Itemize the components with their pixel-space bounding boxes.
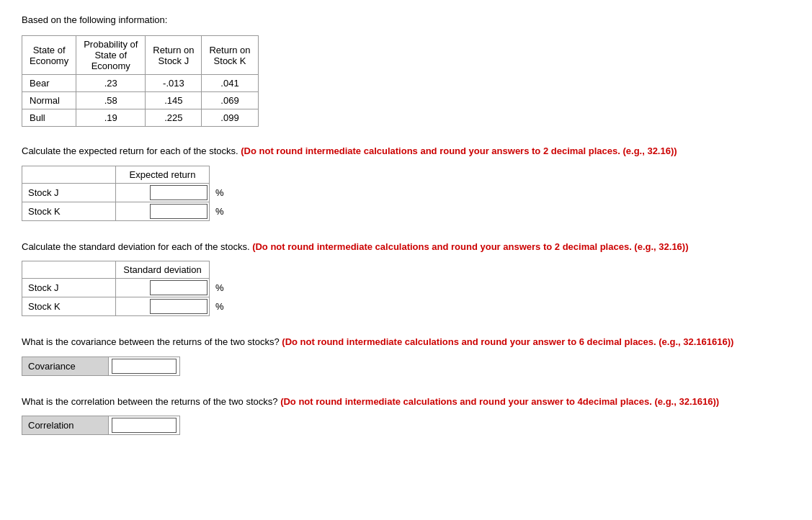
er-col-label xyxy=(22,166,116,183)
covariance-table: Covariance xyxy=(22,357,180,376)
table-cell-returnJ: .145 xyxy=(146,92,202,109)
section2-text1: Calculate the standard deviation for eac… xyxy=(22,241,252,252)
section2-text2: (Do not round intermediate calculations … xyxy=(252,241,688,252)
section2-text: Calculate the standard deviation for eac… xyxy=(22,240,790,254)
section3-text1: What is the covariance between the retur… xyxy=(22,336,282,347)
correlation-input-cell xyxy=(109,416,180,435)
table-cell-probability: .19 xyxy=(76,109,146,127)
correlation-row: Correlation xyxy=(22,416,180,435)
section-covariance: What is the covariance between the retur… xyxy=(22,335,790,376)
table-row: Bear.23-.013.041 xyxy=(22,75,259,92)
intro-text: Based on the following information: xyxy=(22,14,790,25)
section4-text1: What is the correlation between the retu… xyxy=(22,396,280,407)
correlation-input[interactable] xyxy=(112,418,177,433)
er-col-pct-spacer xyxy=(210,166,231,183)
covariance-row: Covariance xyxy=(22,357,180,375)
covariance-input[interactable] xyxy=(112,359,177,374)
sd-stockj-input-cell xyxy=(116,279,210,297)
table-cell-returnK: .099 xyxy=(202,109,258,127)
table-cell-state: Normal xyxy=(22,92,76,109)
sd-col-pct-spacer xyxy=(210,261,231,279)
section3-text2: (Do not round intermediate calculations … xyxy=(282,336,733,347)
expected-return-table: Expected return Stock J % Stock K xyxy=(22,166,231,221)
er-stockj-input-cell xyxy=(116,183,210,202)
section1-text1: Calculate the expected return for each o… xyxy=(22,145,241,156)
section1-text2: (Do not round intermediate calculations … xyxy=(241,145,677,156)
section-std-deviation: Calculate the standard deviation for eac… xyxy=(22,240,790,317)
er-col-header: Expected return xyxy=(116,166,210,183)
er-row-stockj: Stock J % xyxy=(22,183,231,202)
sd-stockk-input[interactable] xyxy=(150,299,208,314)
covariance-input-cell xyxy=(109,357,180,375)
er-stockk-input[interactable] xyxy=(150,204,208,219)
sd-stockj-input[interactable] xyxy=(150,280,208,295)
section4-text2: (Do not round intermediate calculations … xyxy=(280,396,719,407)
correlation-label: Correlation xyxy=(22,416,109,435)
er-stockj-pct: % xyxy=(210,183,231,202)
er-stockk-input-cell xyxy=(116,202,210,220)
economy-data-table: State ofEconomy Probability ofState ofEc… xyxy=(22,35,259,127)
col-header-return-k: Return onStock K xyxy=(202,36,258,75)
er-stockj-label: Stock J xyxy=(22,183,116,202)
sd-col-header: Standard deviation xyxy=(116,261,210,279)
sd-row-stockk: Stock K % xyxy=(22,297,231,316)
sd-col-label xyxy=(22,261,116,279)
col-header-probability: Probability ofState ofEconomy xyxy=(76,36,146,75)
correlation-table: Correlation xyxy=(22,416,180,435)
table-cell-state: Bear xyxy=(22,75,76,92)
table-cell-returnJ: -.013 xyxy=(146,75,202,92)
table-cell-returnK: .041 xyxy=(202,75,258,92)
section-expected-return: Calculate the expected return for each o… xyxy=(22,144,790,221)
col-header-state: State ofEconomy xyxy=(22,36,76,75)
table-row: Normal.58.145.069 xyxy=(22,92,259,109)
sd-row-stockj: Stock J % xyxy=(22,279,231,297)
col-header-return-j: Return onStock J xyxy=(146,36,202,75)
section3-text: What is the covariance between the retur… xyxy=(22,335,790,349)
er-stockk-label: Stock K xyxy=(22,202,116,220)
table-row: Bull.19.225.099 xyxy=(22,109,259,127)
sd-stockk-input-cell xyxy=(116,297,210,316)
table-cell-probability: .23 xyxy=(76,75,146,92)
std-dev-table: Standard deviation Stock J % Stock K xyxy=(22,261,231,316)
sd-stockk-label: Stock K xyxy=(22,297,116,316)
section1-text: Calculate the expected return for each o… xyxy=(22,144,790,158)
er-stockk-pct: % xyxy=(210,202,231,220)
sd-stockj-label: Stock J xyxy=(22,279,116,297)
table-cell-returnK: .069 xyxy=(202,92,258,109)
table-cell-state: Bull xyxy=(22,109,76,127)
table-cell-returnJ: .225 xyxy=(146,109,202,127)
section4-text: What is the correlation between the retu… xyxy=(22,395,790,409)
er-stockj-input[interactable] xyxy=(150,185,208,200)
table-cell-probability: .58 xyxy=(76,92,146,109)
covariance-label: Covariance xyxy=(22,357,109,375)
er-row-stockk: Stock K % xyxy=(22,202,231,220)
section-correlation: What is the correlation between the retu… xyxy=(22,395,790,436)
sd-stockj-pct: % xyxy=(210,279,231,297)
sd-stockk-pct: % xyxy=(210,297,231,316)
